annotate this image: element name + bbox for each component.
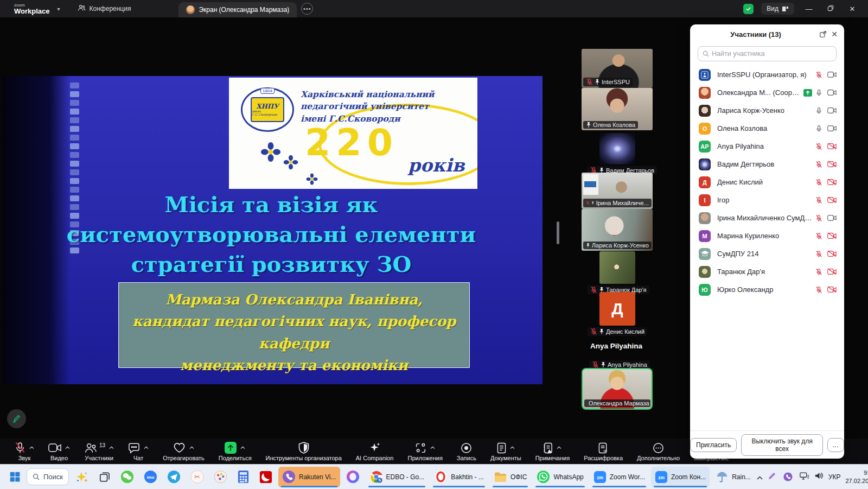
toolbar-дополнительно[interactable]: Дополнительно	[630, 439, 687, 464]
video-thumbnail[interactable]: Д	[599, 292, 635, 326]
toolbar-документы[interactable]: Документы	[483, 439, 528, 464]
video-thumbnail[interactable]: InterSSPU	[582, 49, 653, 88]
more-options-button[interactable]: …	[827, 438, 844, 452]
taskbar-app-paint[interactable]	[210, 467, 231, 487]
video-thumbnail[interactable]: Олена Козлова	[582, 88, 653, 130]
taskbar-app-whatsapp[interactable]: WhatsApp	[533, 467, 587, 487]
taskbar-app-snipping-tool[interactable]: ✂	[187, 467, 208, 487]
svg-text:zm: zm	[658, 474, 665, 480]
toolbar-поделиться[interactable]: Поделиться	[212, 439, 259, 464]
participant-row[interactable]: ООлена Козлова	[690, 119, 844, 137]
pop-out-icon[interactable]	[819, 30, 827, 38]
volume-icon[interactable]	[814, 472, 824, 482]
participant-row[interactable]: Ірина Михайличенко СумДПУ імені ...	[690, 209, 844, 227]
thumbnail-scrollbar[interactable]	[557, 221, 559, 244]
tab-meeting[interactable]: Конференция	[70, 0, 139, 17]
participant-row[interactable]: ЮЮрко Олександр	[690, 281, 844, 299]
slide-header-box: 1804 ХНПУімені Г.С.Сковороди Харківський…	[229, 78, 477, 189]
video-thumbnail[interactable]	[599, 133, 635, 164]
taskbar-app-chrome-edbo[interactable]: SEDBO - Go...	[366, 467, 429, 487]
annotate-button[interactable]	[7, 409, 26, 428]
restore-button[interactable]	[824, 5, 838, 13]
participant-row[interactable]: Олександра М... (Соорганизатор)	[690, 84, 844, 101]
filmstrip-square	[70, 161, 79, 167]
toolbar-примечания[interactable]: Примечания	[528, 439, 577, 464]
taskbar-app-zoom-workplace[interactable]: zmZoom Wor...	[590, 467, 649, 487]
participant-status-icons	[815, 196, 837, 204]
taskbar-app-rakuten-viber[interactable]: Rakuten Vi...	[278, 467, 340, 487]
taskbar-app-opera-bakhtin[interactable]: Bakhtin - ...	[430, 467, 488, 487]
language-indicator[interactable]: УКР	[828, 473, 841, 481]
participant-search[interactable]	[698, 46, 837, 61]
taskbar-app-label: EDBO - Go...	[386, 473, 425, 481]
participant-name: Денис Кислий	[717, 178, 812, 186]
participant-search-input[interactable]	[712, 50, 832, 58]
toolbar-item-label: Отреагировать	[163, 455, 205, 461]
taskbar-app-zoom-meeting[interactable]: zmZoom Кон...	[651, 467, 710, 487]
toolbar-расшифровка[interactable]: Расшифровка	[577, 439, 630, 464]
viber-tray-icon[interactable]	[783, 472, 793, 482]
toolbar-участники[interactable]: 13Участники	[77, 439, 121, 464]
participant-status-icons	[815, 107, 837, 115]
participant-row[interactable]: ММарина Куриленко	[690, 227, 844, 245]
network-icon[interactable]	[800, 472, 809, 482]
toolbar-инструменты-организатора[interactable]: Инструменты организатора	[259, 439, 349, 464]
video-thumbnail[interactable]	[599, 251, 635, 284]
clock[interactable]: 9:3427.02.2026	[846, 469, 868, 485]
video-thumbnail[interactable]: Ірина Михайличе...	[582, 173, 653, 209]
participant-row[interactable]: InterSSPU (Организатор, я)	[690, 66, 844, 84]
pen-icon[interactable]	[768, 472, 776, 482]
toolbar-приложения[interactable]: Приложения	[401, 439, 450, 464]
taskbar-app-copilot[interactable]	[342, 467, 363, 487]
invite-button[interactable]: Пригласить	[690, 438, 737, 452]
view-button[interactable]: Вид	[761, 3, 794, 15]
toolbar-чат[interactable]: Чат	[121, 439, 156, 464]
taskbar-app-telegram[interactable]	[163, 467, 184, 487]
toolbar-ai-companion[interactable]: AI Companion	[349, 439, 401, 464]
taskbar-app-task-view[interactable]	[95, 467, 114, 487]
chevron-up-icon	[240, 446, 245, 449]
reactions-heart-icon	[173, 442, 186, 453]
viber-icon	[282, 470, 296, 484]
toolbar-отреагировать[interactable]: Отреагировать	[156, 439, 212, 464]
toolbar-видео[interactable]: Видео	[41, 439, 77, 464]
taskbar-app-copilot-spark[interactable]	[71, 467, 93, 487]
taskbar-search[interactable]: Поиск	[27, 468, 69, 485]
participant-name: Марина Куриленко	[717, 232, 812, 240]
minimize-button[interactable]: —	[802, 5, 816, 13]
participant-row[interactable]: ІІгор	[690, 191, 844, 209]
security-shield-icon[interactable]	[743, 4, 754, 14]
participant-row[interactable]: СумДПУ 214	[690, 245, 844, 263]
taskbar-app-media-player[interactable]	[256, 467, 276, 487]
close-panel-icon[interactable]: ✕	[831, 30, 838, 39]
taskbar-app-label: ОФІС	[510, 473, 527, 481]
participant-row[interactable]: Лариса Корж-Усенко	[690, 101, 844, 119]
start-button[interactable]	[5, 467, 24, 487]
chevron-up-icon	[29, 446, 34, 449]
participant-row[interactable]: ДДенис Кислий	[690, 173, 844, 191]
mic-muted-icon	[815, 179, 822, 186]
video-thumbnail[interactable]: Олександра Мармаза	[582, 368, 653, 410]
pin-icon	[586, 242, 590, 249]
taskbar-app-calculator[interactable]	[233, 467, 253, 487]
video-thumbnail[interactable]: Лариса Корж-Усенко	[582, 209, 653, 251]
mute-all-button[interactable]: Выключить звук для всех	[741, 434, 823, 456]
close-button[interactable]: ✕	[845, 5, 859, 13]
toolbar-item-label: Документы	[490, 455, 521, 461]
taskbar-app-rainmeter[interactable]: Rain...	[712, 467, 755, 487]
toolbar-звук[interactable]: Звук	[8, 439, 41, 464]
zoom-app-icon: zm	[655, 471, 668, 484]
taskbar-app-wechat[interactable]	[117, 467, 138, 487]
participant-row[interactable]: Таранюк Дар'я	[690, 263, 844, 281]
tab-screen-share[interactable]: Экран (Олександра Мармаза)	[178, 2, 297, 17]
tray-expand-icon[interactable]	[757, 472, 763, 482]
participant-row[interactable]: APAnya Pilyahina	[690, 137, 844, 155]
taskbar-app-folder-ofis[interactable]: ОФІС	[490, 467, 531, 487]
participant-row[interactable]: Вадим Дегтярьов	[690, 155, 844, 173]
folder-icon	[494, 471, 507, 482]
tab-options-icon[interactable]: •••	[301, 3, 313, 15]
avatar	[186, 5, 195, 14]
taskbar-app-imo[interactable]: imo	[140, 467, 161, 487]
toolbar-запись[interactable]: Запись	[450, 439, 483, 464]
chevron-down-icon[interactable]: ▾	[58, 6, 60, 12]
